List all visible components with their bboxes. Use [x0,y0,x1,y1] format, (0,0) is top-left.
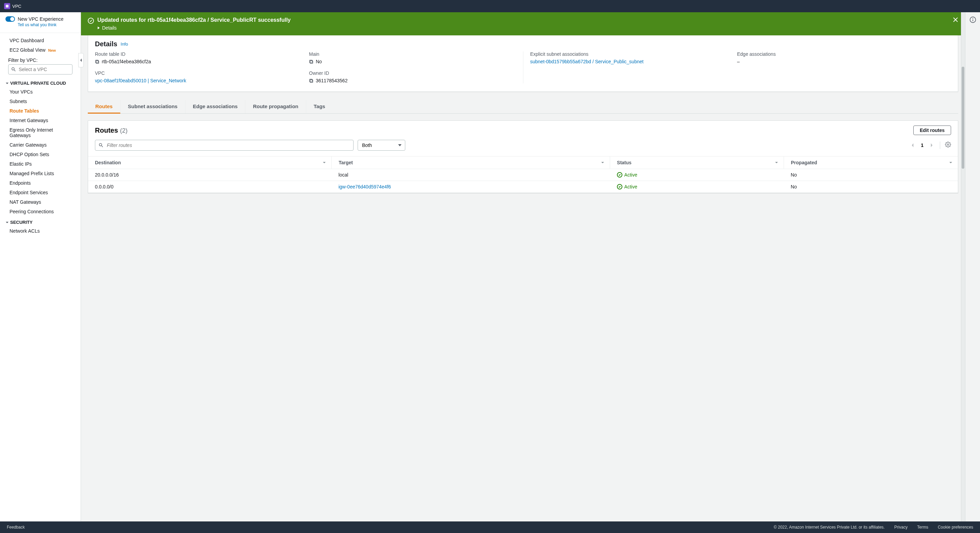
cell-destination: 0.0.0.0/0 [88,181,332,193]
chevron-left-icon [911,143,914,148]
page-number: 1 [921,143,924,148]
page-next-button[interactable] [928,142,935,149]
cell-target: igw-0ee76d40d5974e4f6 [332,181,610,193]
col-target[interactable]: Target [332,157,610,169]
tab-edge-associations[interactable]: Edge associations [185,100,246,113]
nav-endpoints[interactable]: Endpoints [0,178,81,188]
nav-vpc-dashboard[interactable]: VPC Dashboard [0,36,81,45]
banner-title: Updated routes for rtb-05a1f4ebea386cf2a… [97,17,950,23]
col-destination[interactable]: Destination [88,157,332,169]
nav-your-vpcs[interactable]: Your VPCs [0,87,81,97]
col-propagated[interactable]: Propagated [784,157,958,169]
main-area: Updated routes for rtb-05a1f4ebea386cf2a… [81,12,980,522]
new-badge: New [48,48,56,52]
service-name: VPC [12,4,21,9]
gear-icon [945,141,951,148]
sort-icon [775,161,778,164]
owner-id-label: Owner ID [309,70,516,76]
nav-nat-gateways[interactable]: NAT Gateways [0,197,81,207]
vpc-link[interactable]: vpc-08aef1f0eabd50010 | Service_Network [95,78,186,83]
cell-status: Active [610,181,784,193]
view-mode-dropdown[interactable]: Both [358,140,405,151]
tab-subnet-associations[interactable]: Subnet associations [121,100,185,113]
vpc-filter-input[interactable] [8,64,73,75]
copy-icon[interactable] [309,60,314,64]
footer-cookie[interactable]: Cookie preferences [938,525,973,530]
routes-table: Destination Target Status Propagated 20.… [88,156,958,193]
edit-routes-button[interactable]: Edit routes [913,125,951,135]
routes-count: (2) [120,127,127,134]
nav-carrier-gateways[interactable]: Carrier Gateways [0,140,81,150]
nav-internet-gateways[interactable]: Internet Gateways [0,116,81,125]
tab-tags[interactable]: Tags [306,100,333,113]
scrollbar-track[interactable] [961,12,965,522]
footer-privacy[interactable]: Privacy [894,525,907,530]
nav-elastic-ips[interactable]: Elastic IPs [0,159,81,169]
copyright: © 2022, Amazon Internet Services Private… [774,525,885,530]
nav-dhcp-option-sets[interactable]: DHCP Option Sets [0,150,81,159]
routes-card: Routes (2) Edit routes Both [88,121,958,193]
success-banner: Updated routes for rtb-05a1f4ebea386cf2a… [81,12,965,35]
cell-propagated: No [784,169,958,181]
nav-egress-only-igw[interactable]: Egress Only Internet Gateways [0,125,81,140]
sort-icon [323,161,326,164]
settings-button[interactable] [945,141,951,149]
nav-peering-connections[interactable]: Peering Connections [0,207,81,216]
status-check-icon [617,172,622,178]
tab-route-propagation[interactable]: Route propagation [245,100,306,113]
routes-filter-input[interactable] [95,140,353,151]
search-icon [98,143,104,148]
nav-network-acls[interactable]: Network ACLs [0,226,81,236]
explicit-subnet-link[interactable]: subnet-0bd1579bb55a672bd / Service_Publi… [530,59,643,64]
edge-assoc-label: Edge associations [737,51,944,57]
section-virtual-private-cloud[interactable]: VIRTUAL PRIVATE CLOUD [0,77,81,87]
chevron-right-icon [930,143,933,148]
sort-icon [601,161,605,164]
details-card: Details Info Route table ID rtb-05a1f4eb… [88,35,958,92]
tabs-container: Routes Subnet associations Edge associat… [88,100,958,193]
tab-routes[interactable]: Routes [88,100,121,114]
col-status[interactable]: Status [610,157,784,169]
table-row[interactable]: 20.0.0.0/16localActiveNo [88,169,958,181]
sidebar: New VPC Experience Tell us what you thin… [0,12,81,522]
top-header: VPC [0,0,980,12]
close-icon [953,17,958,22]
details-heading: Details [95,40,118,48]
table-row[interactable]: 0.0.0.0/0igw-0ee76d40d5974e4f6ActiveNo [88,181,958,193]
route-table-id-label: Route table ID [95,51,302,57]
nav-route-tables[interactable]: Route Tables [0,106,81,116]
search-icon [11,67,16,72]
nav-endpoint-services[interactable]: Endpoint Services [0,188,81,197]
banner-close-button[interactable] [953,17,958,24]
cell-status: Active [610,169,784,181]
main-value: No [316,59,322,64]
nav-subnets[interactable]: Subnets [0,97,81,106]
page-prev-button[interactable] [909,142,916,149]
banner-details-toggle[interactable]: Details [97,25,950,31]
footer-terms[interactable]: Terms [917,525,928,530]
section-security[interactable]: SECURITY [0,216,81,226]
info-panel-toggle[interactable] [965,12,980,522]
explicit-subnet-label: Explicit subnet associations [530,51,730,57]
experience-subtitle[interactable]: Tell us what you think [18,22,75,27]
experience-title: New VPC Experience [18,16,64,22]
nav-managed-prefix-lists[interactable]: Managed Prefix Lists [0,169,81,178]
scrollbar-thumb[interactable] [962,67,964,169]
copy-icon[interactable] [95,60,100,64]
cell-destination: 20.0.0.0/16 [88,169,332,181]
content-scroll[interactable]: Updated routes for rtb-05a1f4ebea386cf2a… [81,12,965,522]
service-icon [4,3,10,9]
svg-point-12 [972,18,973,19]
info-icon [969,16,976,23]
cell-propagated: No [784,181,958,193]
target-link[interactable]: igw-0ee76d40d5974e4f6 [339,184,391,189]
feedback-link[interactable]: Feedback [7,525,25,530]
copy-icon[interactable] [309,79,314,83]
table-header-row: Destination Target Status Propagated [88,157,958,169]
routes-title: Routes [95,127,118,134]
info-link[interactable]: Info [121,41,128,47]
nav-ec2-global-view[interactable]: EC2 Global View New [0,45,81,55]
nav-ec2-label: EC2 Global View [10,47,46,53]
experience-toggle[interactable] [5,16,15,22]
vpc-filter [8,64,73,75]
